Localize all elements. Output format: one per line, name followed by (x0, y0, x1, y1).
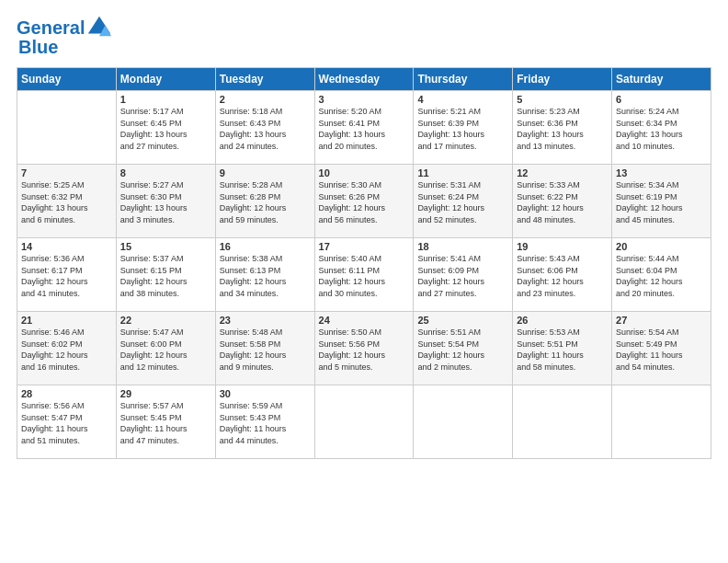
calendar-cell: 5Sunrise: 5:23 AM Sunset: 6:36 PM Daylig… (513, 91, 612, 165)
day-header: Monday (116, 68, 215, 91)
calendar-cell: 4Sunrise: 5:21 AM Sunset: 6:39 PM Daylig… (414, 91, 513, 165)
cell-content: Sunrise: 5:46 AM Sunset: 6:02 PM Dayligh… (21, 327, 112, 373)
day-number: 16 (220, 241, 311, 252)
calendar-cell: 15Sunrise: 5:37 AM Sunset: 6:15 PM Dayli… (116, 238, 215, 312)
calendar-cell: 20Sunrise: 5:44 AM Sunset: 6:04 PM Dayli… (612, 238, 711, 312)
calendar-week: 7Sunrise: 5:25 AM Sunset: 6:32 PM Daylig… (17, 165, 711, 238)
calendar-week: 21Sunrise: 5:46 AM Sunset: 6:02 PM Dayli… (17, 312, 711, 385)
calendar-cell: 17Sunrise: 5:40 AM Sunset: 6:11 PM Dayli… (314, 238, 414, 312)
calendar-cell: 16Sunrise: 5:38 AM Sunset: 6:13 PM Dayli… (215, 238, 314, 312)
cell-content: Sunrise: 5:23 AM Sunset: 6:36 PM Dayligh… (517, 106, 608, 152)
calendar-cell: 8Sunrise: 5:27 AM Sunset: 6:30 PM Daylig… (116, 165, 215, 238)
cell-content: Sunrise: 5:36 AM Sunset: 6:17 PM Dayligh… (21, 253, 112, 299)
calendar-cell: 29Sunrise: 5:57 AM Sunset: 5:45 PM Dayli… (116, 385, 215, 459)
calendar-cell: 18Sunrise: 5:41 AM Sunset: 6:09 PM Dayli… (414, 238, 513, 312)
header-row: SundayMondayTuesdayWednesdayThursdayFrid… (17, 68, 711, 91)
calendar-cell: 28Sunrise: 5:56 AM Sunset: 5:47 PM Dayli… (17, 385, 117, 459)
calendar-cell: 7Sunrise: 5:25 AM Sunset: 6:32 PM Daylig… (17, 165, 117, 238)
day-number: 20 (616, 241, 707, 252)
logo: General Blue (17, 15, 112, 58)
logo-text: General (17, 17, 85, 38)
calendar-cell: 13Sunrise: 5:34 AM Sunset: 6:19 PM Dayli… (612, 165, 711, 238)
day-number: 29 (120, 388, 211, 399)
day-number: 23 (220, 315, 311, 326)
day-number: 24 (319, 315, 410, 326)
day-header: Saturday (612, 68, 711, 91)
cell-content: Sunrise: 5:38 AM Sunset: 6:13 PM Dayligh… (220, 253, 311, 299)
day-number: 10 (319, 167, 410, 178)
cell-content: Sunrise: 5:40 AM Sunset: 6:11 PM Dayligh… (319, 253, 410, 299)
cell-content: Sunrise: 5:21 AM Sunset: 6:39 PM Dayligh… (417, 106, 508, 152)
calendar-cell: 10Sunrise: 5:30 AM Sunset: 6:26 PM Dayli… (314, 165, 414, 238)
cell-content: Sunrise: 5:18 AM Sunset: 6:43 PM Dayligh… (220, 106, 311, 152)
cell-content: Sunrise: 5:37 AM Sunset: 6:15 PM Dayligh… (120, 253, 211, 299)
calendar-week: 1Sunrise: 5:17 AM Sunset: 6:45 PM Daylig… (17, 91, 711, 165)
day-number: 11 (417, 167, 508, 178)
calendar-cell: 2Sunrise: 5:18 AM Sunset: 6:43 PM Daylig… (215, 91, 314, 165)
calendar-cell: 14Sunrise: 5:36 AM Sunset: 6:17 PM Dayli… (17, 238, 117, 312)
day-number: 15 (120, 241, 211, 252)
cell-content: Sunrise: 5:17 AM Sunset: 6:45 PM Dayligh… (120, 106, 211, 152)
day-header: Sunday (17, 68, 117, 91)
cell-content: Sunrise: 5:20 AM Sunset: 6:41 PM Dayligh… (319, 106, 410, 152)
calendar-cell: 24Sunrise: 5:50 AM Sunset: 5:56 PM Dayli… (314, 312, 414, 385)
day-header: Wednesday (314, 68, 414, 91)
calendar-cell: 22Sunrise: 5:47 AM Sunset: 6:00 PM Dayli… (116, 312, 215, 385)
day-number: 9 (220, 167, 311, 178)
cell-content: Sunrise: 5:31 AM Sunset: 6:24 PM Dayligh… (417, 179, 508, 225)
calendar-cell (513, 385, 612, 459)
calendar-cell: 11Sunrise: 5:31 AM Sunset: 6:24 PM Dayli… (414, 165, 513, 238)
cell-content: Sunrise: 5:53 AM Sunset: 5:51 PM Dayligh… (517, 327, 608, 373)
day-header: Thursday (414, 68, 513, 91)
calendar-cell (314, 385, 414, 459)
cell-content: Sunrise: 5:47 AM Sunset: 6:00 PM Dayligh… (120, 327, 211, 373)
cell-content: Sunrise: 5:44 AM Sunset: 6:04 PM Dayligh… (616, 253, 707, 299)
logo-icon (86, 15, 112, 40)
day-header: Friday (513, 68, 612, 91)
calendar-cell: 1Sunrise: 5:17 AM Sunset: 6:45 PM Daylig… (116, 91, 215, 165)
cell-content: Sunrise: 5:34 AM Sunset: 6:19 PM Dayligh… (616, 179, 707, 225)
header: General Blue (17, 15, 711, 58)
calendar-cell: 12Sunrise: 5:33 AM Sunset: 6:22 PM Dayli… (513, 165, 612, 238)
page-container: General Blue SundayMondayTuesdayWednesda… (0, 0, 728, 468)
day-number: 1 (120, 94, 211, 105)
day-number: 8 (120, 167, 211, 178)
day-number: 5 (517, 94, 608, 105)
day-header: Tuesday (215, 68, 314, 91)
calendar-cell: 27Sunrise: 5:54 AM Sunset: 5:49 PM Dayli… (612, 312, 711, 385)
day-number: 13 (616, 167, 707, 178)
day-number: 26 (517, 315, 608, 326)
calendar-table: SundayMondayTuesdayWednesdayThursdayFrid… (17, 67, 711, 459)
cell-content: Sunrise: 5:59 AM Sunset: 5:43 PM Dayligh… (220, 400, 311, 446)
day-number: 18 (417, 241, 508, 252)
calendar-week: 28Sunrise: 5:56 AM Sunset: 5:47 PM Dayli… (17, 385, 711, 459)
cell-content: Sunrise: 5:28 AM Sunset: 6:28 PM Dayligh… (220, 179, 311, 225)
calendar-cell: 25Sunrise: 5:51 AM Sunset: 5:54 PM Dayli… (414, 312, 513, 385)
cell-content: Sunrise: 5:30 AM Sunset: 6:26 PM Dayligh… (319, 179, 410, 225)
day-number: 22 (120, 315, 211, 326)
cell-content: Sunrise: 5:50 AM Sunset: 5:56 PM Dayligh… (319, 327, 410, 373)
calendar-cell (414, 385, 513, 459)
cell-content: Sunrise: 5:33 AM Sunset: 6:22 PM Dayligh… (517, 179, 608, 225)
cell-content: Sunrise: 5:51 AM Sunset: 5:54 PM Dayligh… (417, 327, 508, 373)
calendar-cell: 9Sunrise: 5:28 AM Sunset: 6:28 PM Daylig… (215, 165, 314, 238)
calendar-cell: 23Sunrise: 5:48 AM Sunset: 5:58 PM Dayli… (215, 312, 314, 385)
cell-content: Sunrise: 5:43 AM Sunset: 6:06 PM Dayligh… (517, 253, 608, 299)
day-number: 14 (21, 241, 112, 252)
calendar-cell: 30Sunrise: 5:59 AM Sunset: 5:43 PM Dayli… (215, 385, 314, 459)
cell-content: Sunrise: 5:54 AM Sunset: 5:49 PM Dayligh… (616, 327, 707, 373)
calendar-week: 14Sunrise: 5:36 AM Sunset: 6:17 PM Dayli… (17, 238, 711, 312)
day-number: 17 (319, 241, 410, 252)
calendar-cell: 26Sunrise: 5:53 AM Sunset: 5:51 PM Dayli… (513, 312, 612, 385)
day-number: 7 (21, 167, 112, 178)
day-number: 27 (616, 315, 707, 326)
calendar-cell: 6Sunrise: 5:24 AM Sunset: 6:34 PM Daylig… (612, 91, 711, 165)
day-number: 2 (220, 94, 311, 105)
day-number: 21 (21, 315, 112, 326)
day-number: 6 (616, 94, 707, 105)
cell-content: Sunrise: 5:48 AM Sunset: 5:58 PM Dayligh… (220, 327, 311, 373)
cell-content: Sunrise: 5:57 AM Sunset: 5:45 PM Dayligh… (120, 400, 211, 446)
day-number: 12 (517, 167, 608, 178)
calendar-cell: 19Sunrise: 5:43 AM Sunset: 6:06 PM Dayli… (513, 238, 612, 312)
day-number: 30 (220, 388, 311, 399)
